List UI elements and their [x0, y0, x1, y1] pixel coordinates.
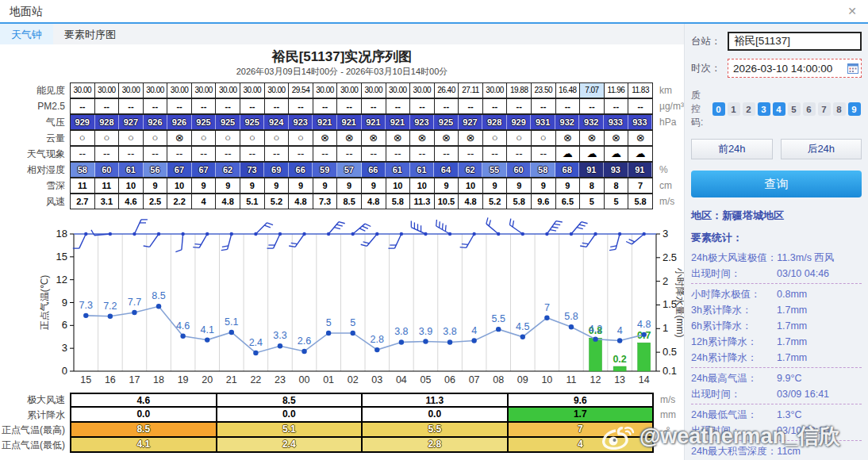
qc-button-7[interactable]: 7: [818, 102, 831, 116]
svg-text:12: 12: [56, 274, 67, 286]
grid-cell: 10: [386, 178, 411, 193]
svg-text:3: 3: [663, 228, 668, 240]
grid-row-5: 相对湿度586061566767627369665957666161646255…: [0, 162, 684, 178]
grid-row-unit: km: [653, 82, 672, 98]
grid-cell: --: [167, 147, 192, 161]
svg-text:12: 12: [590, 374, 601, 385]
stat-divider: [691, 283, 862, 284]
svg-text:3.8: 3.8: [443, 326, 456, 337]
stat-value: 1.7mm: [777, 318, 807, 334]
stat-label: 小时降水极值：: [691, 286, 777, 302]
svg-text:03: 03: [371, 374, 382, 385]
svg-text:2.5: 2.5: [663, 251, 677, 263]
svg-text:4.6: 4.6: [176, 320, 190, 332]
grid-cell: 4.8: [459, 194, 483, 209]
grid-cell: 5.1: [240, 194, 265, 209]
grid-cell: --: [459, 147, 483, 161]
svg-text:14: 14: [639, 374, 650, 385]
grid-cell: 91: [628, 163, 653, 177]
summary-cell: 4: [509, 438, 653, 451]
tab-weather-clock[interactable]: 天气钟: [0, 24, 53, 44]
tab-bar: 天气钟 要素时序图: [0, 24, 684, 44]
stat-label: 24h最高气温：: [691, 370, 777, 386]
svg-text:5.1: 5.1: [225, 316, 238, 328]
qc-button-8[interactable]: 8: [833, 102, 846, 116]
grid-cell: 923: [289, 115, 313, 129]
qc-button-6[interactable]: 6: [803, 102, 816, 116]
grid-row-label: 天气现象: [0, 146, 70, 162]
svg-text:7.7: 7.7: [128, 297, 141, 308]
grid-cell: --: [144, 147, 168, 161]
grid-cell: 4.8: [216, 194, 240, 209]
grid-row-2: 气压92992892792692692592592592492392192192…: [0, 114, 684, 130]
station-input[interactable]: [728, 32, 862, 51]
grid-cell: 932: [579, 115, 604, 129]
svg-text:正点气温(℃): 正点气温(℃): [39, 275, 50, 330]
qc-button-4[interactable]: 4: [773, 102, 785, 116]
grid-row-cells: 2.73.14.62.52.244.85.15.24.87.38.54.85.8…: [70, 194, 653, 209]
grid-cell: ⊗: [605, 131, 629, 145]
grid-cell: --: [216, 147, 240, 161]
grid-cell: --: [580, 99, 605, 113]
grid-cell: 923: [410, 115, 435, 129]
stat-value: 9.9°C: [777, 370, 801, 386]
grid-cell: 61: [410, 163, 435, 177]
grid-cell: 30.00: [71, 83, 95, 98]
grid-cell: 10: [167, 178, 192, 193]
grid-cell: 10.5: [435, 194, 459, 209]
close-icon[interactable]: ✕: [847, 5, 857, 17]
grid-cell: 30.00: [483, 83, 508, 98]
grid-cell: 4.8: [362, 194, 386, 209]
grid-row-cells: ○○○○⊗○○○○○⊗⊗⊗⊗⊗⊗⊗○○○⊗⊗⊗⊗: [70, 130, 653, 146]
grid-cell: 931: [531, 115, 555, 129]
stat-label: 6h累计降水：: [691, 318, 777, 334]
summary-row-label: 正点气温(最高): [0, 423, 70, 438]
grid-cell: 929: [507, 115, 532, 129]
grid-cell: 23.50: [532, 83, 556, 98]
grid-cell: 66: [289, 163, 313, 177]
grid-cell: ⊗: [580, 131, 605, 145]
grid-cell: 9: [313, 178, 338, 193]
grid-cell: --: [119, 99, 144, 113]
grid-row-cells: 1111109109999999910109109999887: [70, 178, 653, 194]
summary-cell: 2.4: [217, 438, 363, 451]
prev-24h-button[interactable]: 前24h: [691, 139, 773, 159]
stat-line: 出现时间：03/10 04:46: [691, 266, 862, 282]
next-24h-button[interactable]: 后24h: [781, 139, 862, 159]
summary-cell: 5.1: [217, 423, 363, 436]
grid-cell: 30.00: [144, 83, 168, 98]
summary-cell: 11.3: [363, 394, 509, 406]
qc-button-3[interactable]: 3: [758, 102, 770, 116]
grid-cell: ⊗: [167, 131, 192, 145]
query-button[interactable]: 查询: [691, 171, 862, 197]
time-input[interactable]: [728, 59, 862, 78]
grid-cell: 30.00: [95, 83, 120, 98]
grid-cell: ⊗: [362, 131, 386, 145]
grid-row-unit: %: [653, 162, 668, 178]
qc-button-0[interactable]: 0: [712, 102, 725, 116]
grid-cell: 7.07: [580, 83, 605, 98]
stat-divider: [691, 367, 862, 368]
grid-cell: 30.00: [240, 83, 265, 98]
qc-button-5[interactable]: 5: [788, 102, 801, 116]
svg-text:00: 00: [299, 374, 310, 385]
qc-button-9[interactable]: 9: [848, 102, 861, 116]
grid-cell: 55: [482, 163, 507, 177]
grid-cell: 61: [119, 163, 144, 177]
tab-element-timeseries[interactable]: 要素时序图: [53, 24, 127, 44]
grid-cell: 925: [216, 115, 240, 129]
grid-cell: 30.00: [167, 83, 192, 98]
grid-row-unit: µg/m³: [653, 98, 684, 114]
grid-cell: 62: [216, 163, 240, 177]
stat-value: 1.7mm: [777, 350, 807, 366]
grid-cell: --: [628, 99, 652, 113]
calendar-icon[interactable]: [847, 63, 858, 74]
grid-cell: 925: [192, 115, 217, 129]
chart-title: 裕民[51137]实况序列图: [0, 48, 684, 66]
svg-text:4: 4: [617, 325, 623, 336]
summary-row-1: 累计降水0.00.00.01.7mm: [0, 408, 684, 423]
qc-button-2[interactable]: 2: [743, 102, 755, 116]
qc-button-1[interactable]: 1: [728, 102, 740, 116]
stat-line: 6h累计降水：1.7mm: [691, 318, 862, 334]
grid-cell: 62: [459, 163, 483, 177]
